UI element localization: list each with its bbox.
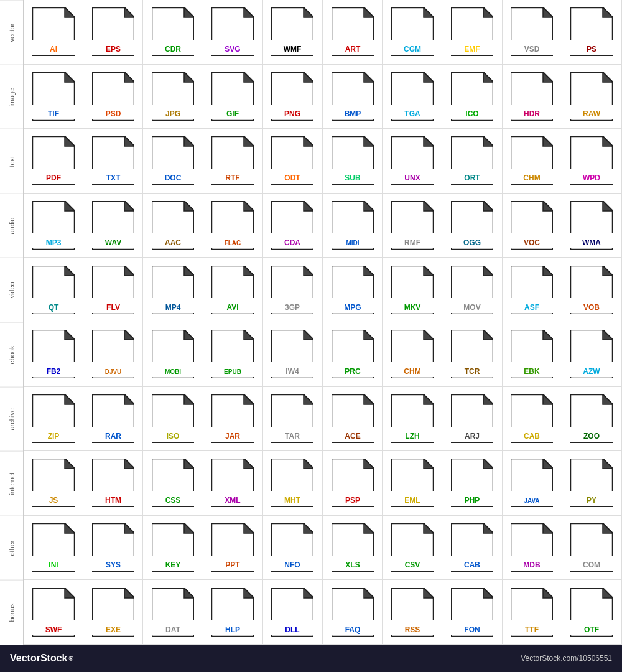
svg-marker-21 — [364, 7, 374, 17]
svg-text:FLAC: FLAC — [225, 240, 241, 246]
svg-marker-133 — [244, 201, 254, 211]
svg-marker-73 — [543, 72, 553, 82]
svg-text:ICO: ICO — [465, 110, 478, 118]
category-label-video: video — [0, 258, 23, 322]
file-icon-wav: WAV — [92, 201, 134, 250]
svg-text:XLS: XLS — [345, 561, 360, 569]
svg-marker-257 — [304, 394, 313, 404]
svg-text:FLV: FLV — [106, 303, 120, 312]
file-icon-arj: ARJ — [451, 394, 493, 443]
icon-cell-psp: PSP — [323, 451, 383, 515]
svg-text:TTF: TTF — [525, 625, 539, 634]
icon-cell-key: KEY — [143, 516, 203, 580]
svg-text:HDR: HDR — [524, 110, 540, 118]
svg-marker-393 — [543, 588, 553, 598]
file-icon-iso: ISO — [152, 394, 194, 443]
icon-cell-tif: TIF — [24, 65, 83, 129]
icon-cell-flv: FLV — [83, 258, 143, 322]
file-icon-png: PNG — [271, 72, 313, 121]
file-icon-raw: RAW — [570, 72, 613, 121]
file-icon-exe: EXE — [92, 588, 134, 637]
svg-marker-213 — [244, 330, 254, 340]
brand-name: VectorStock — [10, 653, 67, 664]
file-icon-fb2: FB2 — [32, 330, 75, 378]
category-label-bonus: bonus — [0, 580, 23, 645]
svg-marker-53 — [244, 72, 254, 82]
file-icon-dll: DLL — [271, 588, 313, 637]
svg-marker-205 — [124, 330, 134, 340]
file-icon-flv: FLV — [92, 266, 134, 314]
icon-cell-ini: INI — [24, 516, 83, 580]
svg-marker-145 — [424, 201, 434, 211]
svg-marker-225 — [424, 330, 434, 340]
svg-marker-65 — [424, 72, 434, 82]
svg-text:ISO: ISO — [167, 432, 180, 441]
svg-text:CAB: CAB — [464, 561, 480, 569]
svg-marker-9 — [184, 7, 194, 17]
icon-cell-dll: DLL — [263, 580, 323, 644]
icon-cell-tar: TAR — [263, 387, 323, 451]
icon-cell-js: JS — [24, 451, 83, 515]
file-icon-gif: GIF — [211, 72, 254, 121]
icon-cell-fon: FON — [442, 580, 502, 644]
icon-cell-doc: DOC — [143, 129, 203, 193]
file-icon-mp4: MP4 — [152, 266, 194, 314]
icon-cell-svg: SVG — [203, 0, 263, 64]
category-label-archive: archive — [0, 387, 23, 452]
icon-cell-rtf: RTF — [203, 129, 263, 193]
icon-cell-mp4: MP4 — [143, 258, 203, 322]
svg-marker-61 — [364, 72, 374, 82]
icon-cell-eml: EML — [383, 451, 442, 515]
icon-row-image: TIF PSD JPG GIF — [24, 65, 622, 129]
icon-cell-dat: DAT — [143, 580, 203, 644]
svg-marker-5 — [124, 7, 134, 17]
svg-marker-33 — [543, 7, 553, 17]
file-icon-ttf: TTF — [511, 588, 553, 637]
file-icon-rss: RSS — [391, 588, 434, 637]
svg-marker-181 — [364, 266, 374, 276]
icons-grid: AI EPS CDR SVG — [24, 0, 622, 645]
icon-cell-fb2: FB2 — [24, 322, 83, 386]
icon-cell-eps: EPS — [83, 0, 143, 64]
file-icon-htm: HTM — [92, 459, 134, 507]
file-icon-eps: EPS — [92, 7, 134, 56]
icon-cell-hlp: HLP — [203, 580, 263, 644]
icon-row-archive: ZIP RAR ISO JAR — [24, 387, 622, 452]
svg-marker-321 — [65, 523, 75, 533]
file-icon-unx: UNX — [391, 136, 434, 185]
file-icon-tar: TAR — [271, 394, 313, 443]
svg-marker-317 — [603, 459, 613, 469]
svg-marker-233 — [543, 330, 553, 340]
file-icon-rar: RAR — [92, 394, 134, 443]
svg-text:TAR: TAR — [285, 432, 300, 441]
svg-text:VOB: VOB — [583, 303, 600, 312]
icon-cell-htm: HTM — [83, 451, 143, 515]
svg-text:ZOO: ZOO — [583, 432, 600, 441]
svg-text:DJVU: DJVU — [104, 368, 121, 375]
svg-marker-325 — [124, 523, 134, 533]
svg-text:LZH: LZH — [405, 432, 419, 441]
icon-cell-cab: CAB — [442, 516, 502, 580]
svg-text:PSD: PSD — [105, 110, 121, 118]
svg-text:CHM: CHM — [404, 367, 420, 376]
icon-cell-wma: WMA — [562, 194, 622, 258]
file-icon-3gp: 3GP — [271, 266, 313, 314]
svg-text:ART: ART — [345, 45, 360, 54]
svg-marker-309 — [483, 459, 493, 469]
svg-text:JS: JS — [49, 496, 58, 505]
footer-brand: VectorStock® — [10, 653, 73, 664]
file-icon-jar: JAR — [211, 394, 254, 443]
svg-marker-109 — [483, 136, 493, 146]
icon-cell-rmf: RMF — [383, 194, 442, 258]
svg-marker-385 — [424, 588, 434, 598]
grid-area: vectorimagetextaudiovideoebookarchiveint… — [0, 0, 622, 645]
svg-marker-249 — [184, 394, 194, 404]
svg-marker-253 — [244, 394, 254, 404]
file-icon-mkv: MKV — [391, 266, 434, 314]
svg-marker-13 — [244, 7, 254, 17]
svg-marker-261 — [364, 394, 374, 404]
file-icon-ppt: PPT — [211, 523, 254, 572]
svg-text:CDR: CDR — [165, 45, 181, 54]
file-icon-key: KEY — [152, 523, 194, 572]
svg-text:MP3: MP3 — [45, 238, 61, 247]
